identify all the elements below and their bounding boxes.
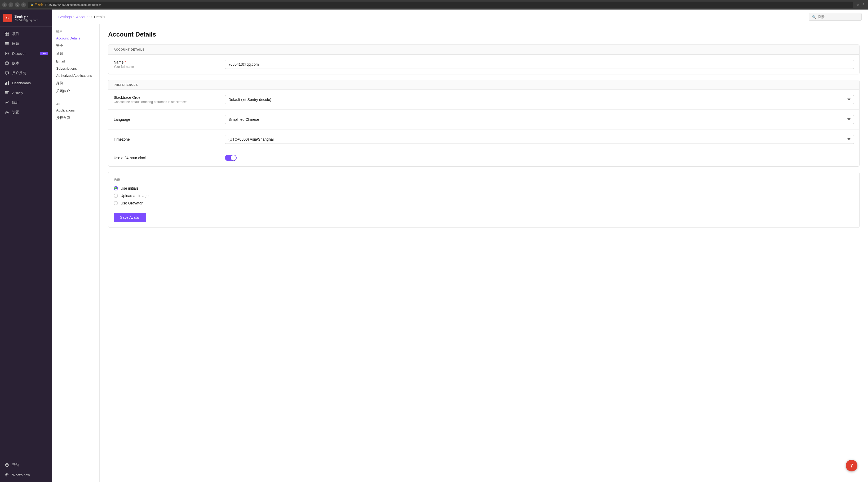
toggle-knob (231, 155, 236, 160)
address-bar: 🔒 不安全 47.56.150.64:9000/settings/account… (28, 2, 853, 8)
language-control: Simplified Chinese English Japanese Germ… (225, 115, 854, 124)
insecure-label: 不安全 (35, 3, 43, 7)
projects-label: 项目 (12, 32, 48, 36)
sidebar-item-settings[interactable]: 设置 (1, 107, 51, 117)
breadcrumb-sep2: › (91, 15, 92, 19)
name-label: Name * (114, 60, 220, 64)
svg-rect-6 (5, 44, 9, 45)
settings-nav-security[interactable]: 安全 (52, 42, 99, 50)
stacktrace-select[interactable]: Default (let Sentry decide) Newest first… (225, 95, 854, 104)
radio-selected-dot (114, 187, 116, 189)
account-details-header: ACCOUNT DETAILS (108, 45, 859, 55)
sidebar-item-projects[interactable]: 项目 (1, 29, 51, 39)
timezone-label: Timezone (114, 137, 220, 141)
svg-rect-9 (5, 62, 8, 64)
svg-rect-14 (5, 92, 8, 93)
issues-icon (4, 41, 9, 46)
settings-nav-authorized-apps[interactable]: Authorized Applications (52, 72, 99, 79)
stacktrace-label-col: Stacktrace Order Choose the default orde… (114, 95, 220, 104)
settings-nav-notifications[interactable]: 通知 (52, 50, 99, 58)
sidebar-item-stats[interactable]: 统计 (1, 98, 51, 107)
sidebar-item-whats-new[interactable]: What's new (1, 470, 51, 480)
sidebar-item-dashboards[interactable]: Dashboards (1, 78, 51, 88)
topbar: Settings › Account › Details 🔍 (52, 9, 868, 24)
name-input[interactable] (225, 60, 854, 69)
svg-rect-10 (5, 83, 6, 85)
settings-nav-identity[interactable]: 身份 (52, 79, 99, 87)
avatar-option-initials-label: Use initials (121, 186, 138, 190)
name-control (225, 60, 854, 69)
star-icon[interactable]: ☆ (855, 2, 860, 7)
releases-icon (4, 61, 9, 66)
account-section-title: 账户 (52, 29, 99, 35)
notification-badge[interactable]: 7 (846, 460, 858, 472)
api-section-title: API (52, 99, 99, 107)
forward-button[interactable]: › (8, 2, 13, 7)
settings-nav-account-details[interactable]: Account Details (52, 35, 99, 42)
breadcrumb-account[interactable]: Account (76, 15, 90, 19)
sidebar-item-feedback[interactable]: 用户反馈 (1, 68, 51, 78)
activity-label: Activity (12, 91, 48, 95)
breadcrumb-details: Details (94, 15, 105, 19)
name-label-col: Name * Your full name (114, 60, 220, 69)
settings-nav-close-account[interactable]: 关闭账户 (52, 87, 99, 95)
breadcrumb: Settings › Account › Details (58, 15, 105, 19)
settings-nav-email[interactable]: Email (52, 58, 99, 65)
clock-label: Use a 24-hour clock (114, 156, 220, 160)
required-asterisk: * (125, 60, 126, 64)
language-label: Language (114, 117, 220, 122)
svg-rect-5 (5, 43, 9, 44)
refresh-button[interactable]: ↻ (15, 2, 20, 7)
timezone-select[interactable]: (UTC+0800) Asia/Shanghai (UTC+0000) UTC … (225, 135, 854, 144)
org-info: Sentry ▾ 7685413@qq.com (14, 14, 38, 22)
avatar-option-initials[interactable]: Use initials (114, 186, 854, 190)
svg-point-20 (6, 474, 7, 475)
sidebar-item-discover[interactable]: Discover new (1, 49, 51, 58)
search-bar: 🔍 (809, 13, 862, 21)
clock-label-col: Use a 24-hour clock (114, 156, 220, 160)
avatar-option-upload[interactable]: Upload an image (114, 194, 854, 198)
discover-badge: new (40, 52, 48, 55)
breadcrumb-settings[interactable]: Settings (58, 15, 72, 19)
releases-label: 版本 (12, 61, 48, 66)
browser-chrome: ‹ › ↻ ⌂ 🔒 不安全 47.56.150.64:9000/settings… (0, 0, 868, 9)
feedback-icon (4, 70, 9, 76)
address-url: 47.56.150.64:9000/settings/account/detai… (44, 3, 101, 6)
clock-toggle[interactable] (225, 155, 237, 161)
svg-point-16 (6, 112, 8, 113)
main-content: Settings › Account › Details 🔍 账户 Accoun… (52, 9, 868, 482)
activity-icon (4, 90, 9, 95)
feedback-label: 用户反馈 (12, 71, 48, 75)
account-details-card: ACCOUNT DETAILS Name * Your full name (108, 44, 860, 74)
stacktrace-desc: Choose the default ordering of frames in… (114, 100, 220, 104)
menu-icon[interactable]: ⋮ (861, 2, 866, 7)
sidebar-footer: ? 帮助 What's new (0, 458, 52, 482)
sidebar-item-activity[interactable]: Activity (1, 88, 51, 97)
sidebar-item-help[interactable]: ? 帮助 (1, 460, 51, 470)
sidebar-item-issues[interactable]: 问题 (1, 39, 51, 49)
whats-new-label: What's new (12, 473, 48, 477)
radio-gravatar (114, 201, 118, 205)
save-avatar-button[interactable]: Save Avatar (114, 213, 146, 222)
page-title: Account Details (108, 31, 860, 38)
content-area: 账户 Account Details 安全 通知 Email Subscript… (52, 24, 868, 482)
language-label-col: Language (114, 117, 220, 122)
discover-label: Discover (12, 52, 38, 56)
settings-nav-subscriptions[interactable]: Subscriptions (52, 65, 99, 72)
timezone-row: Timezone (UTC+0800) Asia/Shanghai (UTC+0… (108, 129, 859, 149)
settings-nav-auth-tokens[interactable]: 授权令牌 (52, 114, 99, 122)
settings-nav-applications[interactable]: Applications (52, 107, 99, 114)
clock-control (225, 155, 854, 161)
org-name-row: Sentry ▾ (14, 14, 38, 19)
language-select[interactable]: Simplified Chinese English Japanese Germ… (225, 115, 854, 124)
back-button[interactable]: ‹ (2, 2, 7, 7)
org-name: Sentry (14, 14, 26, 19)
avatar-option-gravatar[interactable]: Use Gravatar (114, 201, 854, 205)
search-input[interactable] (818, 15, 858, 19)
org-email: 7685413@qq.com (14, 19, 38, 22)
sidebar-item-releases[interactable]: 版本 (1, 59, 51, 68)
radio-initials (114, 186, 118, 190)
home-button[interactable]: ⌂ (21, 2, 26, 7)
svg-rect-3 (7, 34, 9, 36)
settings-content: Account Details ACCOUNT DETAILS Name * Y… (100, 24, 868, 482)
